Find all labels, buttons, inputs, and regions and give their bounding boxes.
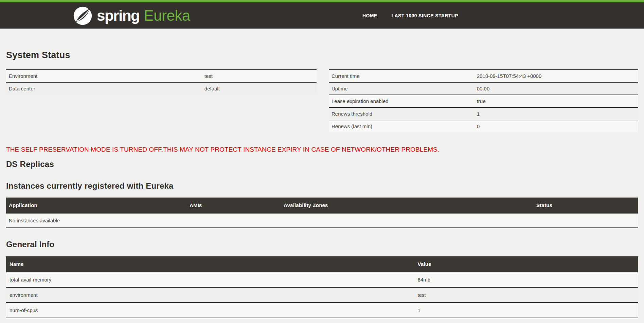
col-name: Name [6,256,414,272]
general-info-table: Name Value total-avail-memory 64mb envir… [6,256,638,318]
table-row: No instances available [6,213,638,228]
table-row: Renews (last min) 0 [329,120,638,132]
system-status-title: System Status [6,50,638,61]
main-nav: HOME LAST 1000 SINCE STARTUP [362,2,458,29]
row-value: 2018-09-15T07:54:43 +0000 [474,70,638,82]
row-value: 64mb [414,272,638,287]
table-row: Environment test [6,70,317,82]
row-value: test [414,287,638,303]
system-status-section: Environment test Data center default Cur… [6,69,638,132]
row-value: default [202,82,317,95]
row-label: Current time [329,70,474,82]
table-row: Uptime 00:00 [329,82,638,95]
row-value: 00:00 [474,82,638,95]
row-label: environment [6,287,414,303]
table-row: Renews threshold 1 [329,107,638,120]
row-label: Data center [6,82,202,95]
general-info-title: General Info [6,240,638,249]
col-amis: AMIs [187,198,281,213]
nav-last-1000-link[interactable]: LAST 1000 SINCE STARTUP [392,13,458,18]
table-row: total-avail-memory 64mb [6,272,638,287]
self-preservation-warning: THE SELF PRESERVATION MODE IS TURNED OFF… [6,146,638,153]
row-label: Renews threshold [329,107,474,120]
table-row: Current time 2018-09-15T07:54:43 +0000 [329,70,638,82]
page-content: System Status Environment test Data cent… [0,50,644,318]
col-status: Status [534,198,638,213]
nav-home-link[interactable]: HOME [362,13,377,18]
table-row: Data center default [6,82,317,95]
table-row: environment test [6,287,638,303]
brand-app-label: Eureka [144,8,190,23]
navbar: spring Eureka HOME LAST 1000 SINCE START… [0,0,644,29]
brand-spring-label: spring [97,8,139,23]
row-value: true [474,95,638,107]
row-value: 1 [414,303,638,318]
col-application: Application [6,198,187,213]
row-value: test [202,70,317,82]
ds-replicas-title: DS Replicas [6,159,638,169]
row-label: Renews (last min) [329,120,474,132]
row-label: Lease expiration enabled [329,95,474,107]
system-status-table-left: Environment test Data center default [6,69,317,95]
system-status-table-right: Current time 2018-09-15T07:54:43 +0000 U… [329,69,638,132]
row-value: 1 [474,107,638,120]
col-value: Value [414,256,638,272]
row-label: Uptime [329,82,474,95]
brand: spring Eureka [73,6,190,26]
table-row: num-of-cpus 1 [6,303,638,318]
table-header-row: Name Value [6,256,638,272]
empty-instances-message: No instances available [6,213,638,228]
instances-table: Application AMIs Availability Zones Stat… [6,198,638,228]
table-header-row: Application AMIs Availability Zones Stat… [6,198,638,213]
spring-logo-icon [73,6,92,26]
row-label: total-avail-memory [6,272,414,287]
instances-title: Instances currently registered with Eure… [6,181,638,191]
row-label: Environment [6,70,202,82]
row-label: num-of-cpus [6,303,414,318]
row-value: 0 [474,120,638,132]
table-row: Lease expiration enabled true [329,95,638,107]
col-availability-zones: Availability Zones [281,198,534,213]
